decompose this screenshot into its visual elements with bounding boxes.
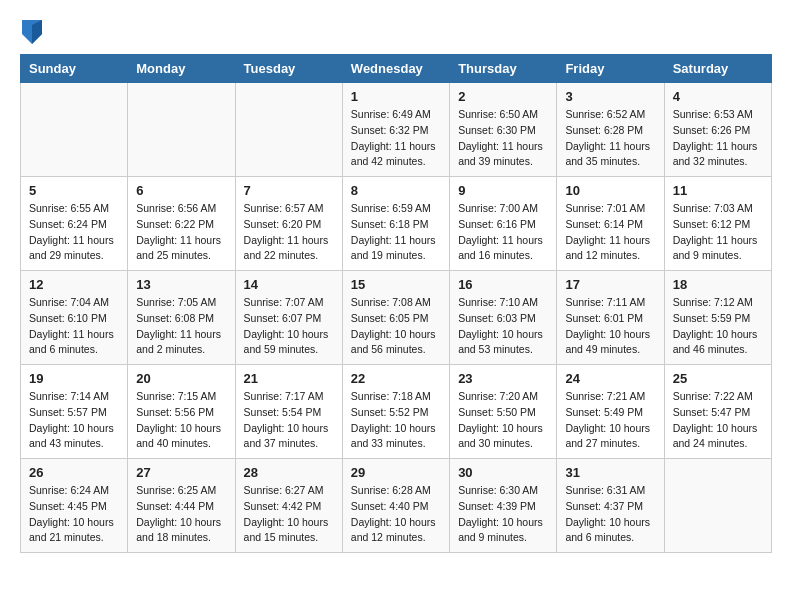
weekday-header-monday: Monday <box>128 55 235 83</box>
calendar-cell: 3Sunrise: 6:52 AM Sunset: 6:28 PM Daylig… <box>557 83 664 177</box>
calendar-cell: 1Sunrise: 6:49 AM Sunset: 6:32 PM Daylig… <box>342 83 449 177</box>
calendar-cell: 6Sunrise: 6:56 AM Sunset: 6:22 PM Daylig… <box>128 177 235 271</box>
day-info: Sunrise: 7:07 AM Sunset: 6:07 PM Dayligh… <box>244 295 334 358</box>
calendar-cell: 27Sunrise: 6:25 AM Sunset: 4:44 PM Dayli… <box>128 459 235 553</box>
day-info: Sunrise: 6:25 AM Sunset: 4:44 PM Dayligh… <box>136 483 226 546</box>
calendar-cell: 12Sunrise: 7:04 AM Sunset: 6:10 PM Dayli… <box>21 271 128 365</box>
day-info: Sunrise: 6:49 AM Sunset: 6:32 PM Dayligh… <box>351 107 441 170</box>
day-number: 31 <box>565 465 655 480</box>
calendar-cell: 21Sunrise: 7:17 AM Sunset: 5:54 PM Dayli… <box>235 365 342 459</box>
day-info: Sunrise: 7:10 AM Sunset: 6:03 PM Dayligh… <box>458 295 548 358</box>
day-info: Sunrise: 7:04 AM Sunset: 6:10 PM Dayligh… <box>29 295 119 358</box>
day-number: 1 <box>351 89 441 104</box>
day-number: 8 <box>351 183 441 198</box>
calendar-cell: 15Sunrise: 7:08 AM Sunset: 6:05 PM Dayli… <box>342 271 449 365</box>
day-info: Sunrise: 7:20 AM Sunset: 5:50 PM Dayligh… <box>458 389 548 452</box>
calendar-cell: 26Sunrise: 6:24 AM Sunset: 4:45 PM Dayli… <box>21 459 128 553</box>
calendar-cell: 14Sunrise: 7:07 AM Sunset: 6:07 PM Dayli… <box>235 271 342 365</box>
day-number: 7 <box>244 183 334 198</box>
weekday-header-friday: Friday <box>557 55 664 83</box>
calendar-week-row: 12Sunrise: 7:04 AM Sunset: 6:10 PM Dayli… <box>21 271 772 365</box>
day-number: 2 <box>458 89 548 104</box>
day-info: Sunrise: 7:08 AM Sunset: 6:05 PM Dayligh… <box>351 295 441 358</box>
calendar-cell: 19Sunrise: 7:14 AM Sunset: 5:57 PM Dayli… <box>21 365 128 459</box>
day-number: 25 <box>673 371 763 386</box>
calendar-cell <box>21 83 128 177</box>
calendar-cell: 22Sunrise: 7:18 AM Sunset: 5:52 PM Dayli… <box>342 365 449 459</box>
calendar-cell: 29Sunrise: 6:28 AM Sunset: 4:40 PM Dayli… <box>342 459 449 553</box>
calendar-week-row: 5Sunrise: 6:55 AM Sunset: 6:24 PM Daylig… <box>21 177 772 271</box>
day-number: 9 <box>458 183 548 198</box>
calendar-cell: 28Sunrise: 6:27 AM Sunset: 4:42 PM Dayli… <box>235 459 342 553</box>
day-info: Sunrise: 7:05 AM Sunset: 6:08 PM Dayligh… <box>136 295 226 358</box>
day-info: Sunrise: 6:59 AM Sunset: 6:18 PM Dayligh… <box>351 201 441 264</box>
day-info: Sunrise: 7:17 AM Sunset: 5:54 PM Dayligh… <box>244 389 334 452</box>
day-number: 21 <box>244 371 334 386</box>
day-number: 28 <box>244 465 334 480</box>
calendar-week-row: 19Sunrise: 7:14 AM Sunset: 5:57 PM Dayli… <box>21 365 772 459</box>
day-info: Sunrise: 7:22 AM Sunset: 5:47 PM Dayligh… <box>673 389 763 452</box>
day-info: Sunrise: 6:53 AM Sunset: 6:26 PM Dayligh… <box>673 107 763 170</box>
day-number: 23 <box>458 371 548 386</box>
calendar-cell: 16Sunrise: 7:10 AM Sunset: 6:03 PM Dayli… <box>450 271 557 365</box>
day-info: Sunrise: 7:18 AM Sunset: 5:52 PM Dayligh… <box>351 389 441 452</box>
calendar-cell: 20Sunrise: 7:15 AM Sunset: 5:56 PM Dayli… <box>128 365 235 459</box>
calendar-cell: 11Sunrise: 7:03 AM Sunset: 6:12 PM Dayli… <box>664 177 771 271</box>
calendar-cell: 8Sunrise: 6:59 AM Sunset: 6:18 PM Daylig… <box>342 177 449 271</box>
day-number: 27 <box>136 465 226 480</box>
calendar-cell <box>664 459 771 553</box>
calendar-week-row: 26Sunrise: 6:24 AM Sunset: 4:45 PM Dayli… <box>21 459 772 553</box>
day-info: Sunrise: 6:50 AM Sunset: 6:30 PM Dayligh… <box>458 107 548 170</box>
day-number: 4 <box>673 89 763 104</box>
day-number: 13 <box>136 277 226 292</box>
day-number: 18 <box>673 277 763 292</box>
weekday-header-sunday: Sunday <box>21 55 128 83</box>
day-info: Sunrise: 7:11 AM Sunset: 6:01 PM Dayligh… <box>565 295 655 358</box>
day-info: Sunrise: 7:21 AM Sunset: 5:49 PM Dayligh… <box>565 389 655 452</box>
day-info: Sunrise: 7:01 AM Sunset: 6:14 PM Dayligh… <box>565 201 655 264</box>
day-number: 16 <box>458 277 548 292</box>
day-number: 30 <box>458 465 548 480</box>
day-info: Sunrise: 7:00 AM Sunset: 6:16 PM Dayligh… <box>458 201 548 264</box>
day-number: 22 <box>351 371 441 386</box>
weekday-header-tuesday: Tuesday <box>235 55 342 83</box>
day-number: 3 <box>565 89 655 104</box>
calendar-cell: 25Sunrise: 7:22 AM Sunset: 5:47 PM Dayli… <box>664 365 771 459</box>
calendar-cell: 24Sunrise: 7:21 AM Sunset: 5:49 PM Dayli… <box>557 365 664 459</box>
day-info: Sunrise: 6:30 AM Sunset: 4:39 PM Dayligh… <box>458 483 548 546</box>
day-number: 6 <box>136 183 226 198</box>
calendar-cell: 13Sunrise: 7:05 AM Sunset: 6:08 PM Dayli… <box>128 271 235 365</box>
day-info: Sunrise: 7:14 AM Sunset: 5:57 PM Dayligh… <box>29 389 119 452</box>
day-info: Sunrise: 7:03 AM Sunset: 6:12 PM Dayligh… <box>673 201 763 264</box>
day-info: Sunrise: 6:24 AM Sunset: 4:45 PM Dayligh… <box>29 483 119 546</box>
logo <box>20 20 44 44</box>
calendar-cell: 2Sunrise: 6:50 AM Sunset: 6:30 PM Daylig… <box>450 83 557 177</box>
calendar-cell: 5Sunrise: 6:55 AM Sunset: 6:24 PM Daylig… <box>21 177 128 271</box>
weekday-header-row: SundayMondayTuesdayWednesdayThursdayFrid… <box>21 55 772 83</box>
weekday-header-thursday: Thursday <box>450 55 557 83</box>
day-number: 15 <box>351 277 441 292</box>
calendar-table: SundayMondayTuesdayWednesdayThursdayFrid… <box>20 54 772 553</box>
day-number: 11 <box>673 183 763 198</box>
weekday-header-wednesday: Wednesday <box>342 55 449 83</box>
day-info: Sunrise: 6:57 AM Sunset: 6:20 PM Dayligh… <box>244 201 334 264</box>
day-number: 26 <box>29 465 119 480</box>
day-info: Sunrise: 6:28 AM Sunset: 4:40 PM Dayligh… <box>351 483 441 546</box>
day-number: 19 <box>29 371 119 386</box>
day-info: Sunrise: 6:55 AM Sunset: 6:24 PM Dayligh… <box>29 201 119 264</box>
calendar-cell: 10Sunrise: 7:01 AM Sunset: 6:14 PM Dayli… <box>557 177 664 271</box>
day-number: 20 <box>136 371 226 386</box>
calendar-cell: 30Sunrise: 6:30 AM Sunset: 4:39 PM Dayli… <box>450 459 557 553</box>
calendar-cell: 17Sunrise: 7:11 AM Sunset: 6:01 PM Dayli… <box>557 271 664 365</box>
calendar-cell <box>128 83 235 177</box>
day-number: 17 <box>565 277 655 292</box>
day-number: 29 <box>351 465 441 480</box>
day-number: 12 <box>29 277 119 292</box>
calendar-cell: 31Sunrise: 6:31 AM Sunset: 4:37 PM Dayli… <box>557 459 664 553</box>
calendar-cell: 9Sunrise: 7:00 AM Sunset: 6:16 PM Daylig… <box>450 177 557 271</box>
day-number: 14 <box>244 277 334 292</box>
calendar-week-row: 1Sunrise: 6:49 AM Sunset: 6:32 PM Daylig… <box>21 83 772 177</box>
day-info: Sunrise: 6:31 AM Sunset: 4:37 PM Dayligh… <box>565 483 655 546</box>
calendar-cell: 23Sunrise: 7:20 AM Sunset: 5:50 PM Dayli… <box>450 365 557 459</box>
day-info: Sunrise: 6:52 AM Sunset: 6:28 PM Dayligh… <box>565 107 655 170</box>
